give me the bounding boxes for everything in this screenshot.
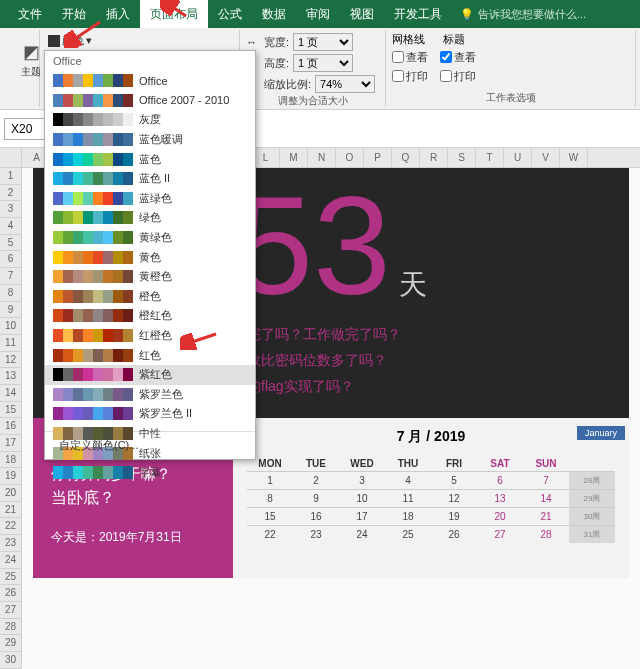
headings-print-checkbox[interactable]: 打印	[440, 67, 476, 85]
col-header[interactable]: M	[280, 148, 308, 167]
theme-item[interactable]: 蓝色暖调	[45, 130, 255, 150]
row-header[interactable]: 17	[0, 435, 21, 452]
calendar-day[interactable]: 15	[247, 507, 293, 525]
calendar-day[interactable]: 22	[247, 525, 293, 543]
theme-item[interactable]: 紫罗兰色 II	[45, 404, 255, 424]
tab-3[interactable]: 页面布局	[140, 0, 208, 28]
calendar-day[interactable]: 21	[523, 507, 569, 525]
row-header[interactable]: 18	[0, 452, 21, 469]
calendar-day[interactable]: 24	[339, 525, 385, 543]
tab-7[interactable]: 视图	[340, 0, 384, 28]
calendar-day[interactable]: 11	[385, 489, 431, 507]
calendar-day[interactable]: 16	[293, 507, 339, 525]
theme-item[interactable]: 红橙色	[45, 326, 255, 346]
col-header[interactable]: Q	[392, 148, 420, 167]
width-select[interactable]: 1 页	[293, 33, 353, 51]
theme-item[interactable]: 蓝色 II	[45, 169, 255, 189]
row-header[interactable]: 6	[0, 251, 21, 268]
tell-me-search[interactable]: 💡告诉我您想要做什么...	[460, 7, 586, 22]
row-header[interactable]: 26	[0, 585, 21, 602]
colors-dropdown[interactable]: 颜色▾	[46, 32, 233, 49]
tab-5[interactable]: 数据	[252, 0, 296, 28]
row-header[interactable]: 2	[0, 185, 21, 202]
col-header[interactable]: S	[448, 148, 476, 167]
theme-item[interactable]: 紫罗兰色	[45, 385, 255, 405]
tab-8[interactable]: 开发工具	[384, 0, 452, 28]
row-header[interactable]: 5	[0, 235, 21, 252]
calendar-day[interactable]: 7	[523, 471, 569, 489]
row-header[interactable]: 9	[0, 302, 21, 319]
calendar-day[interactable]: 28	[523, 525, 569, 543]
row-header[interactable]: 23	[0, 535, 21, 552]
theme-item[interactable]: Office 2007 - 2010	[45, 91, 255, 111]
row-header[interactable]: 3	[0, 201, 21, 218]
row-header[interactable]: 19	[0, 468, 21, 485]
theme-item[interactable]: 黄绿色	[45, 228, 255, 248]
row-header[interactable]: 27	[0, 602, 21, 619]
row-header[interactable]: 7	[0, 268, 21, 285]
theme-item[interactable]: 紫红色	[45, 365, 255, 385]
col-header[interactable]: T	[476, 148, 504, 167]
tab-1[interactable]: 开始	[52, 0, 96, 28]
calendar-day[interactable]: 6	[477, 471, 523, 489]
calendar-day[interactable]: 17	[339, 507, 385, 525]
tab-0[interactable]: 文件	[8, 0, 52, 28]
row-header[interactable]: 21	[0, 502, 21, 519]
theme-item[interactable]: 黄色	[45, 247, 255, 267]
theme-item[interactable]: 橙红色	[45, 306, 255, 326]
gridlines-print-checkbox[interactable]: 打印	[392, 67, 428, 85]
calendar-day[interactable]: 28周	[569, 471, 615, 489]
tab-4[interactable]: 公式	[208, 0, 252, 28]
row-header[interactable]: 8	[0, 285, 21, 302]
theme-item[interactable]: 绿色	[45, 208, 255, 228]
calendar-day[interactable]: 12	[431, 489, 477, 507]
row-header[interactable]: 22	[0, 518, 21, 535]
calendar-day[interactable]: 30周	[569, 507, 615, 525]
col-header[interactable]: R	[420, 148, 448, 167]
calendar-day[interactable]: 13	[477, 489, 523, 507]
gridlines-view-checkbox[interactable]: 查看	[392, 48, 428, 66]
theme-item[interactable]: 蓝色	[45, 149, 255, 169]
col-header[interactable]: U	[504, 148, 532, 167]
row-header[interactable]: 28	[0, 619, 21, 636]
row-header[interactable]: 12	[0, 352, 21, 369]
tab-2[interactable]: 插入	[96, 0, 140, 28]
calendar-day[interactable]: 18	[385, 507, 431, 525]
row-header[interactable]: 11	[0, 335, 21, 352]
row-header[interactable]: 30	[0, 652, 21, 669]
col-header[interactable]: V	[532, 148, 560, 167]
theme-item[interactable]: 字幕	[45, 463, 255, 483]
calendar-day[interactable]: 19	[431, 507, 477, 525]
col-header[interactable]: N	[308, 148, 336, 167]
theme-item[interactable]: 灰度	[45, 110, 255, 130]
calendar-day[interactable]: 2	[293, 471, 339, 489]
height-select[interactable]: 1 页	[293, 54, 353, 72]
calendar-day[interactable]: 20	[477, 507, 523, 525]
row-header[interactable]: 14	[0, 385, 21, 402]
calendar-day[interactable]: 25	[385, 525, 431, 543]
theme-item[interactable]: 蓝绿色	[45, 189, 255, 209]
row-header[interactable]: 4	[0, 218, 21, 235]
row-header[interactable]: 16	[0, 418, 21, 435]
calendar-day[interactable]: 23	[293, 525, 339, 543]
calendar-day[interactable]: 29周	[569, 489, 615, 507]
col-header[interactable]: W	[560, 148, 588, 167]
calendar-day[interactable]: 3	[339, 471, 385, 489]
theme-item[interactable]: 红色	[45, 345, 255, 365]
month-tab[interactable]: January	[577, 426, 625, 440]
calendar-day[interactable]: 14	[523, 489, 569, 507]
row-header[interactable]: 13	[0, 368, 21, 385]
calendar-day[interactable]: 26	[431, 525, 477, 543]
row-header[interactable]: 25	[0, 569, 21, 586]
headings-view-checkbox[interactable]: 查看	[440, 48, 476, 66]
calendar-day[interactable]: 5	[431, 471, 477, 489]
select-all-triangle[interactable]	[0, 148, 22, 167]
row-header[interactable]: 15	[0, 402, 21, 419]
calendar-day[interactable]: 4	[385, 471, 431, 489]
col-header[interactable]: O	[336, 148, 364, 167]
calendar-day[interactable]: 9	[293, 489, 339, 507]
row-header[interactable]: 1	[0, 168, 21, 185]
row-header[interactable]: 10	[0, 318, 21, 335]
col-header[interactable]: L	[252, 148, 280, 167]
calendar-day[interactable]: 31周	[569, 525, 615, 543]
